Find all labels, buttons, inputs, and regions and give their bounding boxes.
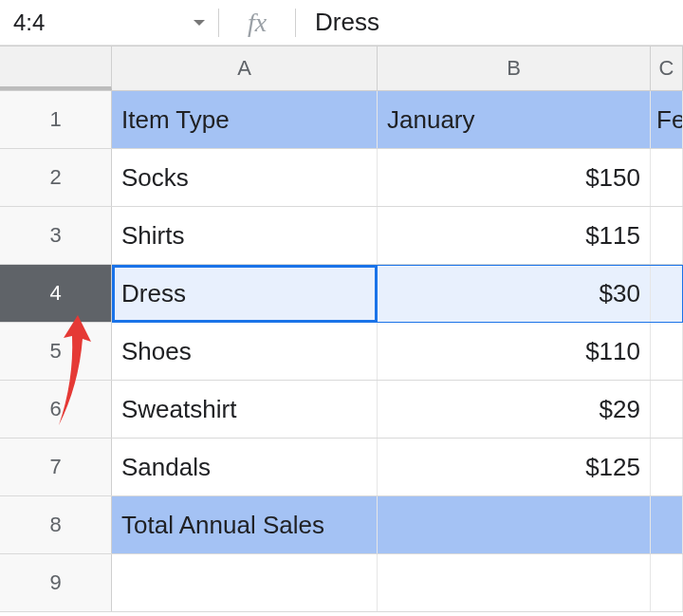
column-header-row: A B C — [0, 46, 683, 91]
name-box[interactable]: 4:4 — [0, 0, 218, 45]
cell-a6[interactable]: Sweatshirt — [112, 381, 378, 438]
table-row: 8 Total Annual Sales — [0, 496, 683, 554]
column-header-a[interactable]: A — [112, 47, 378, 90]
formula-bar: 4:4 fx Dress — [0, 0, 683, 46]
cell-a3[interactable]: Shirts — [112, 207, 378, 264]
table-row: 7 Sandals $125 — [0, 439, 683, 496]
table-row: 6 Sweatshirt $29 — [0, 381, 683, 439]
row-header-5[interactable]: 5 — [0, 323, 112, 380]
cell-a9[interactable] — [112, 554, 378, 611]
table-row: 3 Shirts $115 — [0, 207, 683, 265]
formula-input[interactable]: Dress — [296, 8, 683, 37]
cell-c5[interactable] — [651, 323, 683, 380]
cell-c8[interactable] — [651, 496, 683, 553]
row-header-9[interactable]: 9 — [0, 554, 112, 611]
cell-c1[interactable]: Fe — [651, 91, 683, 148]
cell-a7[interactable]: Sandals — [112, 439, 378, 495]
cell-c6[interactable] — [651, 381, 683, 438]
rows-container: 1 Item Type January Fe 2 Socks $150 3 Sh… — [0, 91, 683, 612]
row-header-3[interactable]: 3 — [0, 207, 112, 264]
table-row: 9 — [0, 554, 683, 612]
cell-c2[interactable] — [651, 149, 683, 206]
row-header-7[interactable]: 7 — [0, 439, 112, 495]
column-header-b[interactable]: B — [378, 47, 651, 90]
table-row: 5 Shoes $110 — [0, 323, 683, 381]
cell-b9[interactable] — [378, 554, 651, 611]
cell-b7[interactable]: $125 — [378, 439, 651, 495]
cell-c3[interactable] — [651, 207, 683, 264]
name-box-value: 4:4 — [13, 9, 45, 36]
row-header-2[interactable]: 2 — [0, 149, 112, 206]
cell-b8[interactable] — [378, 496, 651, 553]
cell-b2[interactable]: $150 — [378, 149, 651, 206]
cell-b3[interactable]: $115 — [378, 207, 651, 264]
table-row: 4 Dress $30 — [0, 265, 683, 323]
cell-b1[interactable]: January — [378, 91, 651, 148]
chevron-down-icon[interactable] — [194, 20, 205, 26]
cell-a1[interactable]: Item Type — [112, 91, 378, 148]
select-all-corner[interactable] — [0, 47, 112, 90]
column-header-c[interactable]: C — [651, 47, 683, 90]
cell-c9[interactable] — [651, 554, 683, 611]
cell-a4[interactable]: Dress — [112, 265, 378, 322]
cell-a2[interactable]: Socks — [112, 149, 378, 206]
cell-b4[interactable]: $30 — [378, 265, 651, 322]
row-header-6[interactable]: 6 — [0, 381, 112, 438]
spreadsheet-grid: A B C 1 Item Type January Fe 2 Socks $15… — [0, 46, 683, 612]
cell-c4[interactable] — [651, 265, 683, 322]
table-row: 1 Item Type January Fe — [0, 91, 683, 149]
cell-b5[interactable]: $110 — [378, 323, 651, 380]
row-header-8[interactable]: 8 — [0, 496, 112, 553]
cell-c7[interactable] — [651, 439, 683, 495]
row-header-4[interactable]: 4 — [0, 265, 112, 322]
row-header-1[interactable]: 1 — [0, 91, 112, 148]
table-row: 2 Socks $150 — [0, 149, 683, 207]
cell-a8[interactable]: Total Annual Sales — [112, 496, 378, 553]
cell-b6[interactable]: $29 — [378, 381, 651, 438]
cell-a5[interactable]: Shoes — [112, 323, 378, 380]
fx-icon: fx — [219, 8, 295, 38]
